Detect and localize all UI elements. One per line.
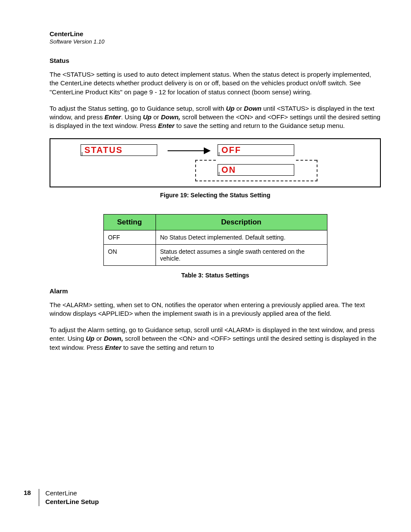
table-header: Description [156, 214, 327, 230]
table-caption: Table 3: Status Settings [50, 272, 381, 279]
text: . Using [121, 113, 143, 121]
status-settings-table: Setting Description OFF No Status Detect… [103, 214, 327, 266]
doc-version: Software Version 1.10 [50, 38, 381, 45]
lcd-text: OFF [221, 145, 241, 155]
key-up: Up [143, 113, 152, 121]
text: to save the setting and return to the Gu… [174, 122, 345, 129]
lcd-text: STATUS [84, 145, 123, 155]
arrow-icon [168, 150, 206, 151]
text: To adjust the Status setting, go to Guid… [50, 105, 226, 112]
text: The <STATUS> setting is used to auto det… [50, 71, 371, 96]
key-up: Up [226, 105, 234, 112]
alarm-paragraph-2: To adjust the Alarm setting, go to Guida… [50, 326, 381, 352]
footer-text: CenterLine CenterLine Setup [45, 489, 99, 506]
page-footer: 18 CenterLine CenterLine Setup [24, 489, 99, 506]
status-paragraph-2: To adjust the Status setting, go to Guid… [50, 104, 381, 131]
dashed-top [195, 160, 216, 161]
footer-line2: CenterLine Setup [45, 498, 99, 506]
table-row: OFF No Status Detect implemented. Defaul… [103, 230, 327, 244]
dashed-top [296, 160, 317, 161]
text: or [152, 113, 161, 121]
table-header: Setting [103, 214, 156, 230]
lcd-status: STATUS [81, 144, 157, 156]
footer-divider [39, 489, 40, 506]
table-cell: OFF [103, 230, 156, 244]
table-header-row: Setting Description [103, 214, 327, 230]
key-enter: Enter [158, 122, 174, 129]
key-down: Down, [161, 113, 180, 121]
alarm-paragraph-1: The <ALARM> setting, when set to ON, not… [50, 301, 381, 318]
text: to save the setting and return to [121, 344, 214, 351]
heading-alarm: Alarm [50, 287, 381, 295]
figure-status-diagram: STATUS OFF ON [50, 138, 381, 187]
table-row: ON Status detect assumes a single swath … [103, 244, 327, 265]
footer-line1: CenterLine [45, 489, 99, 498]
key-down: Down [244, 105, 262, 112]
table-cell: No Status Detect implemented. Default se… [156, 230, 327, 244]
document-header: CenterLine Software Version 1.10 [50, 30, 381, 45]
text: The <ALARM> setting, when set to ON, not… [50, 301, 365, 317]
text: or [94, 335, 104, 342]
table-cell: ON [103, 244, 156, 265]
doc-title: CenterLine [50, 30, 381, 37]
figure-caption: Figure 19: Selecting the Status Setting [50, 192, 381, 199]
key-enter: Enter [105, 113, 121, 121]
key-enter: Enter [105, 344, 121, 351]
status-paragraph-1: The <STATUS> setting is used to auto det… [50, 70, 381, 96]
table-cell: Status detect assumes a single swath cen… [156, 244, 327, 265]
key-down: Down, [104, 335, 123, 342]
page-number: 18 [24, 489, 39, 496]
dashed-box [195, 160, 318, 181]
lcd-off: OFF [218, 144, 294, 156]
heading-status: Status [50, 57, 381, 64]
key-up: Up [86, 335, 94, 342]
text: or [234, 105, 244, 112]
